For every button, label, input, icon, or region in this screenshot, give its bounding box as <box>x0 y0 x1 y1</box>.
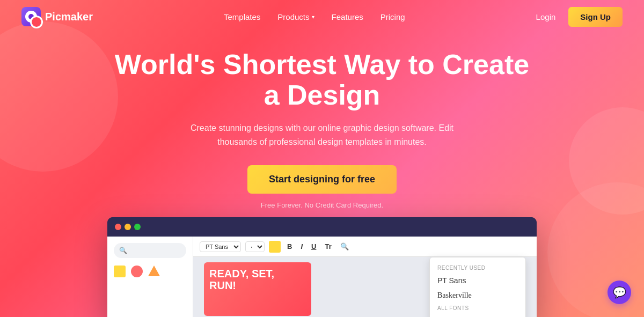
nav-pricing[interactable]: Pricing <box>380 12 405 21</box>
font-dropdown: Recently Used PT Sans Baskerville All Fo… <box>429 257 526 317</box>
font-option-pt-sans[interactable]: PT Sans <box>430 273 525 288</box>
hero-subtitle: Create stunning designs with our online … <box>188 121 456 149</box>
underline-button[interactable]: U <box>309 241 318 252</box>
logo-icon <box>21 7 41 26</box>
logo-inner <box>25 11 37 23</box>
navbar: Picmaker Templates Products ▾ Features P… <box>0 0 644 33</box>
window-close-button[interactable] <box>115 224 121 230</box>
shape-triangle <box>148 266 160 276</box>
app-screenshot: 🔍 PT Sans 43 B <box>107 217 537 317</box>
bold-button[interactable]: B <box>285 241 294 252</box>
hero-note: Free Forever. No Credit Card Required. <box>11 201 633 209</box>
app-window: 🔍 PT Sans 43 B <box>107 217 537 317</box>
brand-name: Picmaker <box>45 11 93 23</box>
shape-square <box>114 266 126 277</box>
all-fonts-label: All Fonts <box>430 303 525 313</box>
font-select[interactable]: PT Sans <box>200 241 241 252</box>
logo[interactable]: Picmaker <box>21 7 93 26</box>
zoom-button[interactable]: 🔍 <box>338 241 351 252</box>
nav-links: Templates Products ▾ Features Pricing <box>224 12 405 21</box>
chevron-down-icon: ▾ <box>312 14 314 20</box>
nav-actions: Login Sign Up <box>536 7 623 27</box>
chat-widget[interactable]: 💬 <box>608 281 631 304</box>
recently-used-label: Recently Used <box>430 263 525 273</box>
strikethrough-button[interactable]: Tr <box>323 241 333 252</box>
window-maximize-button[interactable] <box>134 224 141 230</box>
canvas-card: READY, SET, RUN! <box>204 262 311 316</box>
logo-dot <box>28 14 34 19</box>
search-bar[interactable]: 🔍 <box>114 243 186 258</box>
nav-templates[interactable]: Templates <box>224 12 260 21</box>
search-icon: 🔍 <box>119 247 127 254</box>
toolbar-row: PT Sans 43 B I U Tr 🔍 Recently Used PT S… <box>193 237 537 257</box>
nav-features[interactable]: Features <box>332 12 363 21</box>
shapes-row <box>114 266 186 277</box>
signup-button[interactable]: Sign Up <box>568 7 623 27</box>
chat-icon: 💬 <box>613 286 626 299</box>
color-picker[interactable] <box>269 241 281 253</box>
font-option-arial[interactable]: Arial <box>430 313 525 317</box>
window-body: 🔍 PT Sans 43 B <box>107 237 537 317</box>
sidebar-panel: 🔍 <box>107 237 193 317</box>
cta-button[interactable]: Start designing for free <box>247 165 397 194</box>
hero-section: World's Shortest Way to Create a Design … <box>0 33 644 209</box>
window-titlebar <box>107 217 537 237</box>
window-minimize-button[interactable] <box>125 224 131 230</box>
canvas-area: PT Sans 43 B I U Tr 🔍 Recently Used PT S… <box>193 237 537 317</box>
hero-title: World's Shortest Way to Create a Design <box>107 49 537 110</box>
font-size-select[interactable]: 43 <box>245 241 265 252</box>
shape-circle <box>131 266 143 277</box>
nav-products[interactable]: Products ▾ <box>277 12 314 21</box>
font-option-baskerville[interactable]: Baskerville <box>430 288 525 303</box>
login-link[interactable]: Login <box>536 12 556 21</box>
italic-button[interactable]: I <box>298 241 305 252</box>
canvas-card-text: READY, SET, RUN! <box>204 262 311 297</box>
